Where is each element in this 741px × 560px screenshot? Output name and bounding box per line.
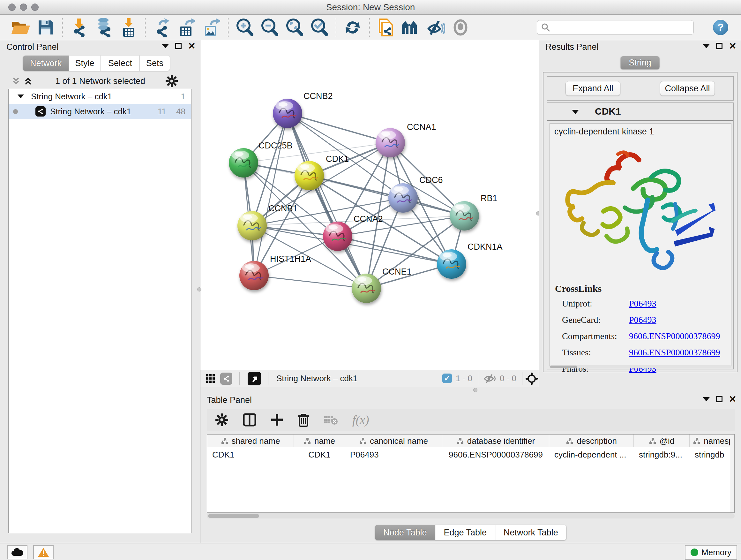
network-from-selection-icon (377, 17, 395, 38)
export-image-icon (203, 17, 220, 37)
network-overview-toggle[interactable] (220, 373, 232, 385)
first-neighbors-button[interactable] (398, 17, 423, 38)
table-cell[interactable]: stringdb:9... (634, 448, 690, 461)
float-panel-icon[interactable] (716, 396, 723, 402)
delete-column-trash-icon[interactable] (297, 413, 310, 427)
table-vertical-scrollbar[interactable] (730, 435, 734, 513)
function-builder-icon[interactable]: f(x) (352, 413, 369, 427)
column-header-database-identifier[interactable]: database identifier (442, 435, 549, 447)
horizontal-splitter-handle[interactable] (473, 388, 477, 392)
tab-select[interactable]: Select (101, 56, 140, 71)
zoom-out-button[interactable] (257, 17, 282, 38)
help-button[interactable]: ? (713, 20, 728, 35)
table-cell[interactable]: stringdb (690, 448, 735, 461)
results-horizontal-scrollbar[interactable] (549, 365, 731, 368)
column-header-canonical-name[interactable]: canonical name (345, 435, 442, 447)
close-panel-icon[interactable]: ✕ (729, 43, 737, 49)
close-panel-icon[interactable]: ✕ (729, 396, 737, 402)
export-image-button[interactable] (199, 17, 224, 38)
crosshair-icon[interactable] (525, 372, 538, 385)
save-session-button[interactable] (33, 17, 58, 38)
show-columns-icon[interactable] (243, 413, 257, 427)
birdseye-view-button[interactable] (248, 372, 261, 385)
refresh-layout-button[interactable] (340, 17, 365, 38)
table-row[interactable]: CDK1CDK1P064939606.ENSP00000378699cyclin… (207, 448, 735, 461)
node-RB1[interactable]: RB1 (450, 193, 497, 231)
node-CDKN1A[interactable]: CDKN1A (437, 242, 502, 279)
import-network-database-button[interactable] (91, 17, 116, 38)
node-CCNE1[interactable]: CCNE1 (352, 267, 412, 303)
tab-string[interactable]: String (620, 56, 660, 69)
zoom-in-button[interactable] (232, 17, 257, 38)
hidden-eye-icon[interactable] (483, 374, 496, 383)
network-canvas[interactable]: CCNB2CCNA1CDC25BCDK1CDC6RB1CCNB1CCNA2CDK… (200, 40, 539, 370)
tab-network[interactable]: Network (23, 56, 69, 71)
selected-nodes-checkbox[interactable]: ✓ (442, 374, 452, 383)
cloud-status-button[interactable] (7, 545, 27, 559)
tab-sets[interactable]: Sets (140, 56, 170, 71)
search-input[interactable] (550, 21, 690, 34)
edge-CCNB2-CCNA1[interactable] (287, 113, 390, 143)
panel-menu-icon[interactable] (162, 44, 169, 48)
float-panel-icon[interactable] (175, 43, 182, 49)
crosslink-link[interactable]: P06493 (629, 299, 657, 309)
column-header-description[interactable]: description (549, 435, 634, 447)
grid-view-icon[interactable] (206, 374, 216, 384)
network-row[interactable]: String Network – cdk1 11 48 (9, 104, 191, 119)
node-label-HIST1H1A: HIST1H1A (270, 254, 311, 264)
crosslink-link[interactable]: P06493 (629, 315, 657, 325)
table-cell[interactable]: cyclin-dependent ... (549, 448, 634, 461)
zoom-fit-button[interactable] (282, 17, 307, 38)
table-cell[interactable]: CDK1 (207, 448, 294, 461)
import-network-file-button[interactable] (66, 17, 91, 38)
tab-node-table[interactable]: Node Table (375, 525, 435, 540)
gene-card-header[interactable]: CDK1 (547, 103, 733, 121)
node-CCNA1[interactable]: CCNA1 (376, 122, 436, 158)
collapse-gene-icon[interactable] (572, 110, 579, 114)
zoom-selected-button[interactable] (307, 17, 332, 38)
float-panel-icon[interactable] (716, 43, 723, 49)
expand-all-button[interactable]: Expand All (565, 81, 620, 96)
crosslink-link[interactable]: 9606.ENSP00000378699 (629, 348, 720, 358)
open-session-button[interactable] (8, 17, 33, 38)
tab-edge-table[interactable]: Edge Table (435, 525, 495, 540)
table-panel-header: Table Panel ✕ (200, 393, 741, 408)
collapse-all-button[interactable]: Collapse All (660, 81, 715, 96)
table-cell[interactable]: CDK1 (294, 448, 345, 461)
new-network-from-selection-button[interactable] (374, 17, 398, 38)
column-header--id[interactable]: @id (634, 435, 690, 447)
hide-selected-button[interactable] (423, 17, 448, 38)
network-collection-row[interactable]: String Network – cdk1 1 (9, 89, 191, 104)
node-HIST1H1A[interactable]: HIST1H1A (239, 254, 311, 290)
crosslink-link[interactable]: 9606.ENSP00000378699 (629, 331, 720, 341)
panel-menu-icon[interactable] (703, 44, 710, 48)
table-options-gear-icon[interactable] (215, 413, 228, 427)
table-horizontal-scrollbar[interactable] (207, 513, 735, 518)
show-all-button[interactable] (448, 17, 473, 38)
delete-table-icon[interactable] (324, 415, 338, 425)
add-column-icon[interactable] (271, 414, 283, 426)
table-cell[interactable]: P06493 (345, 448, 442, 461)
export-network-button[interactable] (149, 17, 174, 38)
column-header-shared-name[interactable]: shared name (207, 435, 294, 447)
export-table-button[interactable] (174, 17, 199, 38)
table-cell[interactable]: 9606.ENSP00000378699 (442, 448, 549, 461)
collection-expand-icon[interactable] (17, 95, 24, 98)
horizontal-splitter[interactable] (200, 387, 741, 393)
edge-HIST1H1A-CCNE1[interactable] (254, 275, 366, 288)
tab-style[interactable]: Style (69, 56, 101, 71)
edge-CCNB2-HIST1H1A[interactable] (254, 113, 287, 275)
memory-button[interactable]: Memory (685, 545, 737, 560)
import-table-button[interactable] (116, 17, 141, 38)
tab-network-table[interactable]: Network Table (495, 525, 566, 540)
network-options-gear-icon[interactable] (165, 75, 178, 87)
warnings-button[interactable] (33, 545, 54, 559)
network-edge-count: 48 (176, 107, 185, 117)
column-header-namespace[interactable]: namespace (690, 435, 735, 447)
node-CDC25B[interactable]: CDC25B (229, 141, 293, 178)
panel-menu-icon[interactable] (703, 397, 710, 401)
vertical-splitter-handle[interactable] (197, 287, 201, 292)
close-panel-icon[interactable]: ✕ (188, 43, 196, 49)
column-header-name[interactable]: name (294, 435, 345, 447)
question-mark-icon: ? (718, 22, 724, 33)
